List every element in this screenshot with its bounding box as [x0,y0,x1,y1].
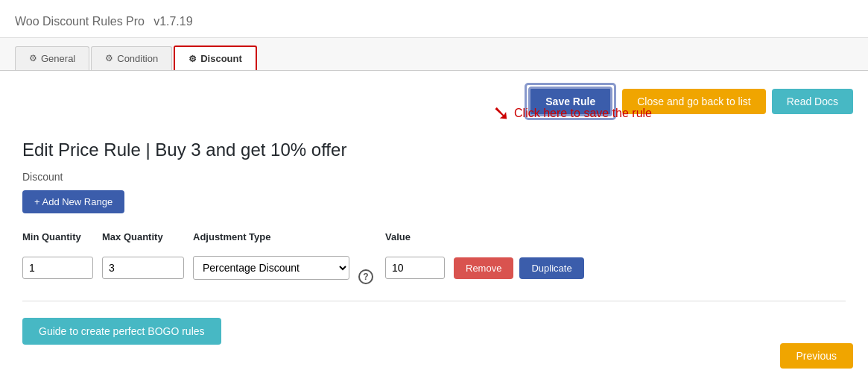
hint-text: Click here to save the rule [514,107,652,120]
min-qty-input[interactable] [22,257,93,279]
previous-button[interactable]: Previous [780,343,853,369]
value-input[interactable] [385,257,445,279]
top-header: Woo Discount Rules Pro v1.7.19 [0,0,868,38]
discount-icon: ⚙ [189,54,197,64]
help-icon-cell[interactable]: ? [358,251,376,284]
divider [22,301,846,301]
tab-condition-label: Condition [117,53,158,64]
col-adj-type-header: Adjustment Type [193,231,349,245]
general-icon: ⚙ [29,53,37,63]
min-qty-header-label: Min Quantity [22,231,93,242]
tab-general-label: General [41,53,75,64]
tab-discount[interactable]: ⚙ Discount [174,46,257,70]
app-version: v1.7.19 [153,15,192,28]
col-value-header: Value [385,231,445,245]
adj-type-cell: Percentage Discount Fixed Discount Fixed… [193,256,349,280]
min-qty-cell [22,257,93,279]
tab-general[interactable]: ⚙ General [15,46,89,70]
table-header-row: Min Quantity Max Quantity Adjustment Typ… [22,231,846,245]
max-qty-cell [102,257,184,279]
bottom-bar: Previous [780,343,853,369]
add-range-button[interactable]: + Add New Range [22,190,124,213]
read-docs-button[interactable]: Read Docs [772,89,853,114]
max-qty-header-label: Max Quantity [102,231,184,242]
arrow-icon: ➘ [492,101,510,125]
adj-type-header-label: Adjustment Type [193,231,349,242]
guide-button[interactable]: Guide to create perfect BOGO rules [22,318,221,345]
max-qty-input[interactable] [102,257,184,279]
app-title-text: Woo Discount Rules Pro [15,15,145,28]
tabs-bar: ⚙ General ⚙ Condition ⚙ Discount [0,38,868,71]
actions-cell: Remove Duplicate [454,257,584,279]
col-min-qty-header: Min Quantity [22,231,93,245]
section-label: Discount [22,171,846,183]
duplicate-button[interactable]: Duplicate [519,257,583,279]
value-cell [385,257,445,279]
help-icon[interactable]: ? [358,269,373,284]
app-title: Woo Discount Rules Pro v1.7.19 [15,10,193,29]
adj-type-select[interactable]: Percentage Discount Fixed Discount Fixed… [193,256,349,280]
toolbar: Save Rule Close and go back to list Read… [0,71,868,132]
tab-condition[interactable]: ⚙ Condition [91,46,172,70]
table-row: Percentage Discount Fixed Discount Fixed… [22,251,846,284]
remove-button[interactable]: Remove [454,257,513,279]
condition-icon: ⚙ [105,53,113,63]
value-header-label: Value [385,231,445,242]
tab-discount-label: Discount [200,53,242,64]
content-area: Edit Price Rule | Buy 3 and get 10% offe… [0,132,868,360]
arrow-hint: ➘ Click here to save the rule [492,101,652,125]
col-max-qty-header: Max Quantity [102,231,184,245]
page-heading: Edit Price Rule | Buy 3 and get 10% offe… [22,140,846,160]
